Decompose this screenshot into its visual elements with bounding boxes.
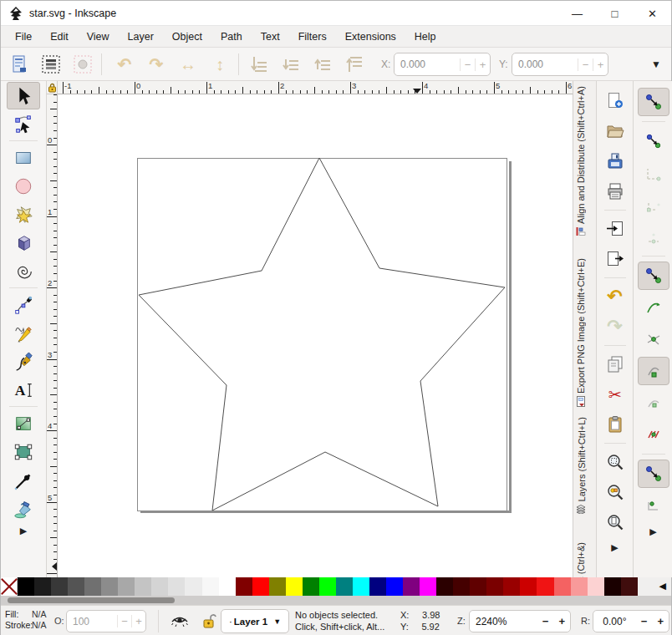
layer-selector-dropdown[interactable]: · Layer 1 ▼ [221, 609, 289, 633]
color-swatch[interactable] [604, 577, 621, 596]
color-swatch[interactable] [319, 577, 336, 596]
tool-ellipse[interactable] [7, 172, 40, 200]
color-swatch[interactable] [202, 577, 219, 596]
tab-export-png[interactable]: Export PNG Image (Shift+Ctrl+E) [576, 258, 586, 407]
tool-box-3d[interactable] [7, 229, 40, 257]
snap-more-icon[interactable]: ▶ [649, 526, 656, 537]
color-swatch[interactable] [453, 577, 470, 596]
zoom-field[interactable]: 2240% − + [469, 610, 571, 632]
raise-to-top-icon[interactable] [342, 52, 369, 77]
color-swatch[interactable] [353, 577, 369, 596]
layer-lock-toggle[interactable] [201, 612, 216, 629]
snap-cusp-nodes-icon[interactable] [638, 357, 669, 385]
open-icon[interactable] [601, 118, 629, 145]
color-swatch[interactable] [403, 577, 420, 596]
tool-paint-bucket[interactable] [7, 495, 40, 522]
lower-icon[interactable] [278, 52, 305, 77]
color-swatch[interactable] [252, 577, 269, 596]
x-field-value[interactable]: 0.000 [395, 58, 460, 70]
lower-to-bottom-icon[interactable] [247, 52, 273, 77]
lock-icon[interactable] [48, 83, 57, 93]
tab-align-distribute[interactable]: Align and Distribute (Shift+Ctrl+A) [576, 86, 586, 236]
menu-path[interactable]: Path [211, 28, 252, 46]
menu-help[interactable]: Help [405, 28, 445, 46]
color-swatch[interactable] [436, 577, 453, 596]
tab-cut-off-dialog[interactable]: s (Ctrl+&) [576, 542, 586, 577]
deselect-icon[interactable] [69, 52, 96, 77]
menu-layer[interactable]: Layer [119, 28, 163, 46]
export-icon[interactable] [601, 246, 629, 272]
zoom-minus-button[interactable]: − [537, 615, 554, 627]
print-icon[interactable] [601, 178, 629, 205]
toolbox-more-icon[interactable]: ▶ [7, 526, 40, 536]
paste-icon[interactable] [601, 411, 629, 438]
color-swatch[interactable] [151, 577, 168, 596]
x-field[interactable]: 0.000 − + [394, 53, 491, 76]
zoom-page-icon[interactable] [601, 509, 629, 536]
rotate-ccw-icon[interactable]: ↶ [111, 52, 138, 77]
new-document-icon[interactable] [601, 88, 629, 114]
palette-scrollbar-thumb[interactable] [8, 597, 175, 603]
color-swatch[interactable] [554, 577, 571, 596]
tool-text[interactable]: A [7, 376, 40, 404]
color-swatch[interactable] [168, 577, 185, 596]
palette-scroll-left-icon[interactable]: ◀ [659, 581, 666, 592]
color-swatch[interactable] [84, 577, 101, 596]
snap-line-midpoints-icon[interactable] [638, 420, 669, 449]
maximize-button[interactable]: □ [596, 1, 634, 26]
opacity-field[interactable]: 100 − + [66, 610, 146, 632]
snap-enabled-icon[interactable] [638, 88, 669, 116]
color-swatch[interactable] [185, 577, 201, 596]
color-swatch[interactable] [486, 577, 503, 596]
rotation-plus-button[interactable]: + [652, 615, 669, 627]
flip-horizontal-icon[interactable]: ↔ [175, 52, 201, 77]
raise-icon[interactable] [310, 52, 337, 77]
color-swatch[interactable] [269, 577, 286, 596]
tool-spiral[interactable] [7, 257, 40, 285]
color-swatch[interactable] [588, 577, 604, 596]
snap-bbox-edges-icon[interactable] [638, 159, 669, 187]
color-swatch[interactable] [286, 577, 303, 596]
tool-star[interactable] [7, 201, 40, 228]
snap-smooth-nodes-icon[interactable] [638, 389, 669, 417]
undo-icon[interactable]: ↶ [601, 283, 629, 310]
import-icon[interactable] [601, 216, 629, 242]
fill-stroke-indicator[interactable]: Fill:N/A Stroke:N/A [5, 609, 47, 631]
x-plus-button[interactable]: + [475, 58, 490, 71]
color-swatch[interactable] [236, 577, 252, 596]
cut-icon[interactable]: ✂ [601, 381, 629, 408]
zoom-drawing-icon[interactable] [601, 479, 629, 505]
color-swatch[interactable] [51, 577, 68, 596]
color-swatch[interactable] [503, 577, 520, 596]
color-swatch[interactable] [303, 577, 319, 596]
tool-mesh-gradient[interactable] [7, 438, 40, 465]
copy-icon[interactable] [601, 351, 629, 378]
close-button[interactable]: ✕ [634, 1, 671, 26]
opacity-plus-button[interactable]: + [131, 615, 145, 627]
save-icon[interactable] [601, 148, 629, 175]
color-swatch[interactable] [369, 577, 386, 596]
color-swatch[interactable] [18, 577, 34, 596]
rotate-cw-icon[interactable]: ↷ [143, 52, 170, 77]
tool-bezier-pen[interactable] [7, 291, 40, 318]
rotation-minus-button[interactable]: − [636, 615, 653, 627]
color-swatch[interactable] [470, 577, 486, 596]
opacity-value[interactable]: 100 [67, 616, 117, 627]
y-field[interactable]: 0.000 − + [512, 53, 608, 76]
commands-more-icon[interactable]: ▶ [611, 542, 618, 553]
canvas[interactable] [58, 94, 573, 577]
snap-object-centers-icon[interactable] [638, 491, 669, 520]
snap-bbox-corners-icon[interactable] [638, 190, 669, 219]
tab-layers[interactable]: Layers (Shift+Ctrl+L) [576, 417, 587, 514]
tool-calligraphy[interactable] [7, 348, 40, 375]
menu-object[interactable]: Object [163, 28, 211, 46]
y-minus-button[interactable]: − [578, 58, 593, 71]
layer-visibility-toggle[interactable] [171, 612, 189, 629]
snap-bbox-midpoints-icon[interactable] [638, 222, 669, 251]
color-swatch[interactable] [101, 577, 118, 596]
color-swatch[interactable] [571, 577, 588, 596]
rotation-value[interactable]: 0.00° [593, 616, 636, 627]
zoom-value[interactable]: 2240% [470, 616, 537, 627]
y-plus-button[interactable]: + [593, 58, 608, 71]
snap-bounding-box-icon[interactable] [638, 127, 669, 155]
